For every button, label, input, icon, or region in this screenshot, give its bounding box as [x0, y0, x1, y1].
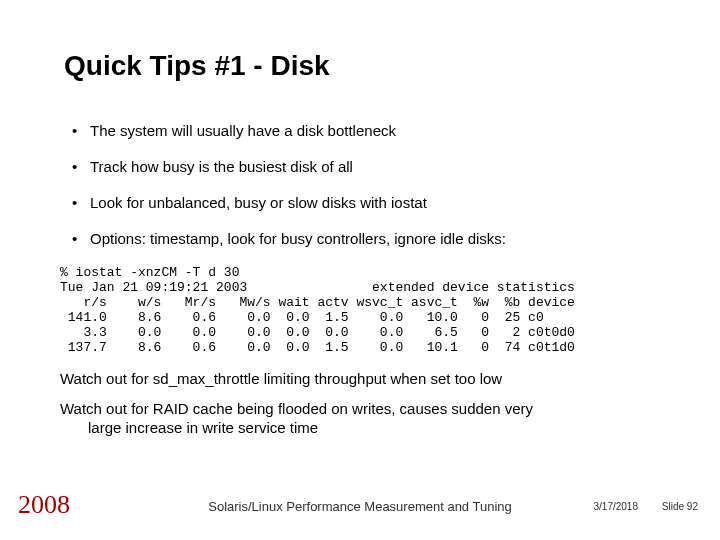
slide-title: Quick Tips #1 - Disk — [64, 50, 660, 82]
paragraph: Watch out for sd_max_throttle limiting t… — [60, 370, 660, 389]
bullet-list: The system will usually have a disk bott… — [72, 122, 660, 248]
paragraph: Watch out for RAID cache being flooded o… — [60, 400, 660, 438]
code-block: % iostat -xnzCM -T d 30 Tue Jan 21 09:19… — [60, 266, 660, 356]
bullet-item: Track how busy is the busiest disk of al… — [72, 158, 660, 176]
slide: Quick Tips #1 - Disk The system will usu… — [0, 0, 720, 540]
bullet-item: Options: timestamp, look for busy contro… — [72, 230, 660, 248]
footer-slide-number: Slide 92 — [662, 501, 698, 512]
paragraph-line: large increase in write service time — [60, 419, 660, 438]
paragraph-line: Watch out for RAID cache being flooded o… — [60, 400, 533, 417]
bullet-item: The system will usually have a disk bott… — [72, 122, 660, 140]
bullet-item: Look for unbalanced, busy or slow disks … — [72, 194, 660, 212]
footer-date: 3/17/2018 — [594, 501, 639, 512]
